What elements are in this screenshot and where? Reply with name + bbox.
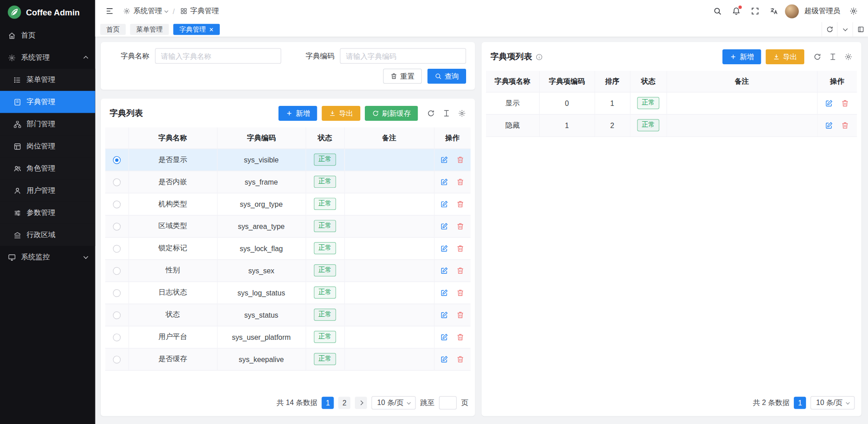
sidebar-item-param-management[interactable]: 参数管理 <box>0 202 95 224</box>
edit-icon[interactable] <box>440 244 448 252</box>
sidebar-item-post-management[interactable]: 岗位管理 <box>0 135 95 157</box>
edit-icon[interactable] <box>440 333 448 341</box>
table-refresh-icon[interactable] <box>813 52 821 61</box>
row-radio[interactable] <box>113 333 120 341</box>
sidebar-group-monitor[interactable]: 系统监控 <box>0 246 95 268</box>
sidebar-item-home[interactable]: 首页 <box>0 24 95 47</box>
content-fullscreen-icon[interactable] <box>853 22 868 37</box>
delete-icon[interactable] <box>456 222 464 230</box>
item-page-size-select[interactable]: 10 条/页 <box>811 396 855 410</box>
app-logo[interactable]: Coffee Admin <box>0 0 95 24</box>
refresh-page-icon[interactable] <box>821 22 837 37</box>
table-density-icon[interactable] <box>829 52 837 61</box>
settings-gear-icon[interactable] <box>846 3 861 19</box>
dict-code-input[interactable] <box>340 48 466 64</box>
table-settings-icon[interactable] <box>458 109 466 117</box>
delete-icon[interactable] <box>456 267 464 275</box>
tab-menu-management[interactable]: 菜单管理 <box>130 24 169 35</box>
info-icon[interactable] <box>535 53 543 61</box>
dict-table-row[interactable]: 是否显示sys_visible正常 <box>105 148 471 171</box>
item-export-button[interactable]: 导出 <box>765 49 804 64</box>
dict-table-row[interactable]: 状态sys_status正常 <box>105 304 471 326</box>
dict-table-row[interactable]: 是否缓存sys_keepalive正常 <box>105 348 471 370</box>
delete-icon[interactable] <box>456 178 464 186</box>
dict-page-size-select[interactable]: 10 条/页 <box>372 396 416 410</box>
sidebar-item-dept-management[interactable]: 部门管理 <box>0 113 95 135</box>
user-avatar[interactable] <box>785 4 799 18</box>
edit-icon[interactable] <box>440 200 448 208</box>
sidebar-item-dict-management[interactable]: 字典管理 <box>0 91 95 113</box>
close-tab-icon[interactable]: × <box>209 26 213 33</box>
sidebar-item-role-management[interactable]: 角色管理 <box>0 157 95 180</box>
fullscreen-icon[interactable] <box>747 3 763 19</box>
col-dict-code: 字典编码 <box>217 128 306 149</box>
delete-icon[interactable] <box>456 156 464 164</box>
row-radio[interactable] <box>113 200 120 208</box>
table-density-icon[interactable] <box>442 109 450 117</box>
delete-icon[interactable] <box>841 121 849 129</box>
row-radio[interactable] <box>113 289 120 297</box>
table-settings-icon[interactable] <box>844 52 852 61</box>
reset-button[interactable]: 重置 <box>383 69 422 84</box>
dict-actions-cell <box>434 215 471 237</box>
refresh-cache-button[interactable]: 刷新缓存 <box>365 106 418 121</box>
query-button[interactable]: 查询 <box>427 69 466 84</box>
edit-icon[interactable] <box>825 99 833 107</box>
edit-icon[interactable] <box>440 267 448 275</box>
dict-page-1[interactable]: 1 <box>322 397 334 409</box>
row-radio[interactable] <box>113 356 120 363</box>
edit-icon[interactable] <box>440 178 448 186</box>
delete-icon[interactable] <box>456 289 464 297</box>
dict-table-row[interactable]: 机构类型sys_org_type正常 <box>105 193 471 215</box>
notification-bell-icon[interactable] <box>728 3 744 19</box>
sidebar-item-admin-region[interactable]: 行政区域 <box>0 224 95 246</box>
dict-table-row[interactable]: 是否内嵌sys_frame正常 <box>105 171 471 193</box>
delete-icon[interactable] <box>456 244 464 252</box>
row-radio[interactable] <box>113 245 120 252</box>
edit-icon[interactable] <box>825 121 833 129</box>
dict-table-row[interactable]: 用户平台sys_user_platform正常 <box>105 326 471 348</box>
delete-icon[interactable] <box>456 200 464 208</box>
edit-icon[interactable] <box>440 311 448 319</box>
dict-add-button[interactable]: 新增 <box>278 106 317 121</box>
dict-name-input[interactable] <box>155 48 281 64</box>
delete-icon[interactable] <box>456 355 464 363</box>
breadcrumb-item-system[interactable]: 系统管理 <box>123 6 168 16</box>
edit-icon[interactable] <box>440 289 448 297</box>
dict-jump-input[interactable] <box>439 396 457 410</box>
breadcrumb-item-dict[interactable]: 字典管理 <box>180 6 219 16</box>
item-add-button[interactable]: 新增 <box>722 49 761 64</box>
tab-dict-management[interactable]: 字典管理 × <box>173 24 219 35</box>
table-refresh-icon[interactable] <box>427 109 435 117</box>
item-page-1[interactable]: 1 <box>794 397 806 409</box>
edit-icon[interactable] <box>440 222 448 230</box>
dict-page-2[interactable]: 2 <box>339 397 351 409</box>
row-radio[interactable] <box>113 156 120 164</box>
dict-item-table-row[interactable]: 隐藏12正常 <box>486 114 857 136</box>
translate-icon[interactable] <box>766 3 782 19</box>
dict-table-row[interactable]: 日志状态sys_log_status正常 <box>105 281 471 304</box>
edit-icon[interactable] <box>440 156 448 164</box>
row-radio[interactable] <box>113 267 120 275</box>
edit-icon[interactable] <box>440 355 448 363</box>
tab-home[interactable]: 首页 <box>100 24 126 35</box>
dict-table-row[interactable]: 锁定标记sys_lock_flag正常 <box>105 237 471 259</box>
dict-export-button[interactable]: 导出 <box>321 106 360 121</box>
user-name[interactable]: 超级管理员 <box>802 6 842 16</box>
collapse-menu-icon[interactable] <box>102 3 117 19</box>
search-icon[interactable] <box>710 3 725 19</box>
delete-icon[interactable] <box>456 333 464 341</box>
row-radio[interactable] <box>113 178 120 186</box>
sidebar-group-system[interactable]: 系统管理 <box>0 47 95 69</box>
sidebar-item-user-management[interactable]: 用户管理 <box>0 180 95 202</box>
dict-item-table-row[interactable]: 显示01正常 <box>486 92 857 114</box>
dict-table-row[interactable]: 性别sys_sex正常 <box>105 259 471 281</box>
delete-icon[interactable] <box>456 311 464 319</box>
row-radio[interactable] <box>113 223 120 230</box>
dict-next-page-button[interactable] <box>355 397 367 409</box>
sidebar-item-menu-management[interactable]: 菜单管理 <box>0 69 95 91</box>
tab-menu-chevron-icon[interactable] <box>837 22 852 37</box>
delete-icon[interactable] <box>841 99 849 107</box>
dict-table-row[interactable]: 区域类型sys_area_type正常 <box>105 215 471 237</box>
row-radio[interactable] <box>113 311 120 319</box>
